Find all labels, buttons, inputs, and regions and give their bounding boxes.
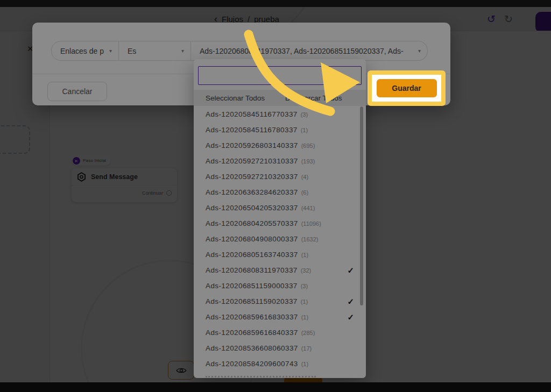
ads-id: Ads-120205845116780337 xyxy=(206,126,298,134)
ads-list-item[interactable]: Ads-120205845116780337(1) xyxy=(194,122,366,138)
top-frame-bar xyxy=(0,0,551,7)
ads-list-item[interactable]: Ads-120208584209600743(1) xyxy=(194,356,366,372)
ads-id: Ads-120206851159020337 xyxy=(206,297,298,305)
dropdown-search-input[interactable] xyxy=(198,66,362,85)
bottom-frame-bar xyxy=(0,382,551,392)
ads-id: Ads-120205845116770337 xyxy=(206,110,298,118)
dropdown-actions-bar: Seleccionar Todos Desmarcar Todos xyxy=(194,90,366,106)
ads-count: (4) xyxy=(301,174,308,180)
ads-list-item[interactable]: Ads-120205927210310337(193) xyxy=(194,153,366,169)
filter-operator-select[interactable]: Es ▾ xyxy=(119,41,191,61)
ads-list-item[interactable]: Ads-120205927210320337(4) xyxy=(194,169,366,184)
chevron-down-icon: ▾ xyxy=(181,48,184,54)
ads-id: Ads-120206363284620337 xyxy=(206,188,298,196)
partial-clipped-item xyxy=(206,376,316,377)
ads-id: Ads-120208584209600743 xyxy=(206,360,298,368)
ads-options-list: Ads-120205845116770337(3)Ads-12020584511… xyxy=(194,106,366,377)
ads-count: (3) xyxy=(301,283,308,289)
ads-id: Ads-120206859616830337 xyxy=(206,313,298,321)
ads-count: (1) xyxy=(301,298,308,305)
ads-count: (6) xyxy=(301,189,308,196)
ads-id: Ads-120206804205570337 xyxy=(206,219,298,227)
deselect-all-button[interactable]: Desmarcar Todos xyxy=(285,94,342,102)
ads-list-item[interactable]: Ads-120206804205570337(11096) xyxy=(194,216,366,231)
ads-list-item[interactable]: Ads-120205845116770337(3) xyxy=(194,106,366,122)
ads-list-item[interactable]: Ads-120206851159000337(3) xyxy=(194,278,366,294)
ads-list-item[interactable]: Ads-120208536608060337(17) xyxy=(194,340,366,356)
ads-count: (1) xyxy=(301,252,308,258)
ads-id: Ads-120206504205320337 xyxy=(206,204,298,212)
ads-list-item[interactable]: Ads-120205926803140337(695) xyxy=(194,138,366,153)
ads-count: (17) xyxy=(301,345,312,352)
ads-list-item[interactable]: Ads-120206804908000337(1632) xyxy=(194,231,366,247)
ads-id: Ads-120206851159000337 xyxy=(206,282,298,290)
ads-id: Ads-120205927210310337 xyxy=(206,157,298,165)
ads-count: (1) xyxy=(301,127,308,133)
select-all-button[interactable]: Seleccionar Todos xyxy=(206,94,265,102)
filter-field-select[interactable]: Enlaces de p ▾ xyxy=(51,41,119,61)
check-icon: ✓ xyxy=(347,297,354,307)
filter-operator-label: Es xyxy=(128,47,136,55)
ads-count: (32) xyxy=(301,267,312,274)
ads-count: (3) xyxy=(301,111,308,118)
cancel-button[interactable]: Cancelar xyxy=(47,82,107,101)
save-button[interactable]: Guardar xyxy=(377,79,437,97)
ads-count: (1) xyxy=(301,314,308,320)
save-button-highlight: Guardar xyxy=(368,70,446,106)
filter-values-label: Ads-120206808311970337, Ads-120206851159… xyxy=(200,47,404,55)
ads-id: Ads-120205927210320337 xyxy=(206,173,298,181)
screenshot-root: ‹ Flujos / prueba ↺ ↻ ✕ ▶ Paso Inicial S… xyxy=(0,0,551,392)
ads-list-item[interactable]: Ads-120206859616840337(285) xyxy=(194,325,366,340)
ads-id: Ads-120206805163740337 xyxy=(206,251,298,259)
ads-list-item[interactable]: Ads-120206805163740337(1) xyxy=(194,247,366,262)
ads-list-item[interactable]: Ads-120206808311970337(32)✓ xyxy=(194,262,366,278)
ads-list-item[interactable]: Ads-120206504205320337(441) xyxy=(194,200,366,216)
chevron-down-icon: ▾ xyxy=(109,48,112,54)
filter-row: Enlaces de p ▾ Es ▾ Ads-1202068083119703… xyxy=(51,41,428,61)
ads-list-item[interactable]: Ads-120206859616830337(1)✓ xyxy=(194,309,366,325)
ads-list-item[interactable]: Ads-120206363284620337(6) xyxy=(194,184,366,200)
ads-count: (11096) xyxy=(301,220,321,227)
ads-dropdown-panel: Seleccionar Todos Desmarcar Todos Ads-12… xyxy=(194,59,366,378)
ads-count: (1) xyxy=(301,361,308,367)
ads-count: (695) xyxy=(301,142,315,149)
filter-values-multiselect[interactable]: Ads-120206808311970337, Ads-120206851159… xyxy=(191,41,428,61)
ads-id: Ads-120206804908000337 xyxy=(206,235,298,243)
ads-id: Ads-120206859616840337 xyxy=(206,329,298,337)
ads-list-item[interactable]: Ads-120206851159020337(1)✓ xyxy=(194,294,366,309)
ads-id: Ads-120205926803140337 xyxy=(206,141,298,149)
chevron-down-icon: ▾ xyxy=(418,48,421,54)
check-icon: ✓ xyxy=(347,266,354,275)
ads-count: (1632) xyxy=(301,236,319,243)
ads-id: Ads-120206808311970337 xyxy=(206,266,298,274)
ads-count: (193) xyxy=(301,158,315,165)
ads-id: Ads-120208536608060337 xyxy=(206,344,298,352)
scrollbar-thumb[interactable] xyxy=(360,106,363,305)
ads-count: (441) xyxy=(301,205,315,211)
filter-field-label: Enlaces de p xyxy=(60,47,104,55)
ads-count: (285) xyxy=(301,330,315,336)
check-icon: ✓ xyxy=(347,312,354,322)
